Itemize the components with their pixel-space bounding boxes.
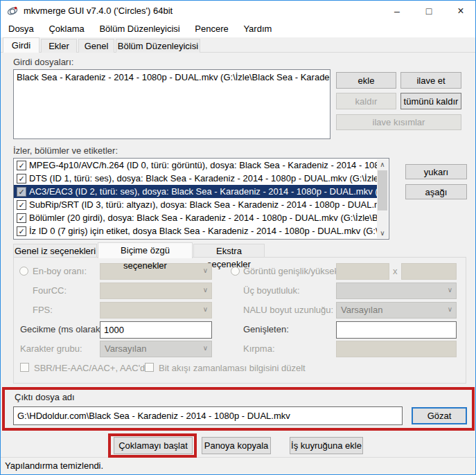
input-files-list[interactable]: Black Sea - Karadeniz - 2014 - 1080p - D… [13,69,330,139]
nalu-size-value: Varsayılan [341,305,382,315]
chevron-down-icon: ∨ [448,305,452,313]
track-checkbox[interactable]: ✓ [17,161,26,170]
display-dimensions-label: Görüntü genişlik/yükseklik: [243,266,350,276]
track-checkbox[interactable]: ✓ [17,187,26,197]
maximize-icon[interactable]: □ [413,1,445,21]
remove-all-button[interactable]: tümünü kaldır [400,93,461,109]
track-row[interactable]: ✓ DTS (ID 1, türü: ses), dosya: Black Se… [14,172,377,185]
aac-checkbox [20,363,29,372]
nalu-size-combo: Varsayılan ∨ [336,302,457,319]
stretch-label: Genişleten: [243,324,289,334]
track-row[interactable]: ✓ MPEG-4p10/AVC/h.264 (ID 0, türü: görün… [14,159,377,172]
aac-checkbox-label: SBR/HE-AAC/AAC+, AAC'dir [34,363,150,373]
aspect-ratio-label: En-boy oranı: [33,266,87,276]
chevron-down-icon: ∨ [448,286,452,294]
titlebar: mkvmerge GUI v7.4.0 ('Circles') 64bit – … [1,1,475,21]
track-text: SubRip/SRT (ID 3, türü: altyazı), dosya:… [29,199,377,210]
add-to-job-queue-button[interactable]: İş kuyruğuna ekle [290,437,363,454]
display-width-field [336,263,389,280]
fourcc-label: FourCC: [33,285,67,296]
scrollbar-thumb[interactable] [378,170,387,210]
menu-dosya[interactable]: Dosya [2,21,40,37]
display-height-field [401,263,457,280]
cropping-field [336,341,457,357]
tab-genel[interactable]: Genel [78,39,114,53]
track-up-button[interactable]: yukarı [405,164,467,179]
track-text: İz ID 0 (7 giriş) için etiket, dosya Bla… [29,226,377,236]
delay-input[interactable] [100,321,212,339]
fps-combo: ∨ [100,302,212,319]
scroll-down-icon[interactable]: ∨ [377,228,388,238]
app-window: mkvmerge GUI v7.4.0 ('Circles') 64bit – … [0,0,476,475]
stereoscopy-label: Üç boyutluluk: [243,285,300,296]
menu-coklama[interactable]: Çoklama [42,21,90,37]
chevron-down-icon: ∨ [203,286,208,294]
append-button[interactable]: ilave et [400,72,461,89]
tab-girdi[interactable]: Girdi [3,37,39,53]
chevron-down-icon: ∨ [203,305,208,313]
track-row[interactable]: ✓ Bölümler (20 girdi), dosya: Black Sea … [14,211,377,224]
list-item[interactable]: Black Sea - Karadeniz - 2014 - 1080p - D… [14,70,330,84]
track-checkbox[interactable]: ✓ [17,213,26,223]
remove-button: kaldır [336,93,396,109]
track-row[interactable]: ✓ SubRip/SRT (ID 3, türü: altyazı), dosy… [14,198,377,211]
stretch-input[interactable] [336,321,457,339]
main-tabbar: Girdi Ekler Genel Bölüm Düzenleyicisi [1,37,475,53]
charset-label: Karakter grubu: [20,343,82,354]
tab-bicime-ozgu-secenekler[interactable]: Biçime özgü seçenekler [98,242,193,258]
tab-ekler[interactable]: Ekler [41,39,77,53]
fourcc-combo: ∨ [100,283,212,299]
track-text: Bölümler (20 girdi), dosya: Black Sea - … [29,213,377,223]
track-text: AC3/EAC3 (ID 2, türü: ses), dosya: Black… [29,186,377,197]
start-muxing-button[interactable]: Çoklamayı başlat [114,437,193,454]
menu-bolum-duzenleyicisi[interactable]: Bölüm Düzenleyicisi [93,21,186,37]
minimize-icon[interactable]: – [381,1,413,21]
window-title: mkvmerge GUI v7.4.0 ('Circles') 64bit [24,1,173,21]
nalu-size-label: NALU boyut uzunluğu: [243,305,333,315]
tab-bolum-duzenleyicisi[interactable]: Bölüm Düzenleyicisi [116,39,200,53]
tracks-list[interactable]: ✓ MPEG-4p10/AVC/h.264 (ID 0, türü: görün… [13,158,389,240]
display-dimensions-radio [231,267,240,276]
fix-bitstream-timing-checkbox [145,363,154,372]
browse-button[interactable]: Gözat [412,407,467,424]
output-file-label: Çıktı dosya adı [15,392,75,402]
fix-bitstream-timing-label: Bit akışı zamanlaması bilgisini düzelt [159,363,306,373]
aspect-ratio-radio [19,267,28,276]
output-file-input[interactable] [13,406,403,425]
menu-pencere[interactable]: Pencere [188,21,234,37]
app-icon [7,6,18,17]
stereoscopy-combo: ∨ [336,283,457,299]
copy-to-clipboard-button[interactable]: Panoya kopyala [202,437,271,454]
track-down-button[interactable]: aşağı [405,184,467,199]
chevron-down-icon: ∨ [203,267,208,274]
chevron-down-icon: ∨ [203,344,208,352]
status-text: Yapılandırma temizlendi. [5,460,103,471]
input-files-label: Girdi dosyaları: [13,57,73,67]
track-text: MPEG-4p10/AVC/h.264 (ID 0, türü: görüntü… [29,160,377,170]
add-button[interactable]: ekle [336,72,396,89]
delay-label: Gecikme (ms olarak): [20,324,106,334]
additional-parts-button: ilave kısımlar [336,114,461,130]
menubar: Dosya Çoklama Bölüm Düzenleyicisi Pencer… [1,21,475,37]
close-icon[interactable]: × [445,1,476,21]
statusbar: Yapılandırma temizlendi. [1,457,475,474]
tracks-scrollbar[interactable]: ∧ ∨ [377,159,388,238]
menu-yardim[interactable]: Yardım [237,21,278,37]
charset-value: Varsayılan [105,343,146,354]
track-row[interactable]: ✓ İz ID 0 (7 giriş) için etiket, dosya B… [14,224,377,238]
cropping-label: Kırpma: [243,343,275,354]
track-row-selected[interactable]: ✓ AC3/EAC3 (ID 2, türü: ses), dosya: Bla… [14,185,377,198]
tab-ekstra-secenekler[interactable]: Ekstra seçenekler [193,244,265,258]
track-checkbox[interactable]: ✓ [17,200,26,210]
track-checkbox[interactable]: ✓ [17,174,26,183]
tab-genel-iz-secenekleri[interactable]: Genel iz seçenekleri [13,244,97,258]
tracks-label: İzler, bölümler ve etiketler: [13,145,118,156]
fps-label: FPS: [33,305,53,315]
charset-combo: Varsayılan ∨ [100,341,212,357]
scroll-up-icon[interactable]: ∧ [377,159,388,170]
track-text: DTS (ID 1, türü: ses), dosya: Black Sea … [29,173,377,183]
track-checkbox[interactable]: ✓ [17,226,26,236]
track-options-tabbar: Genel iz seçenekleri Biçime özgü seçenek… [1,241,475,258]
dims-separator: x [393,266,398,276]
